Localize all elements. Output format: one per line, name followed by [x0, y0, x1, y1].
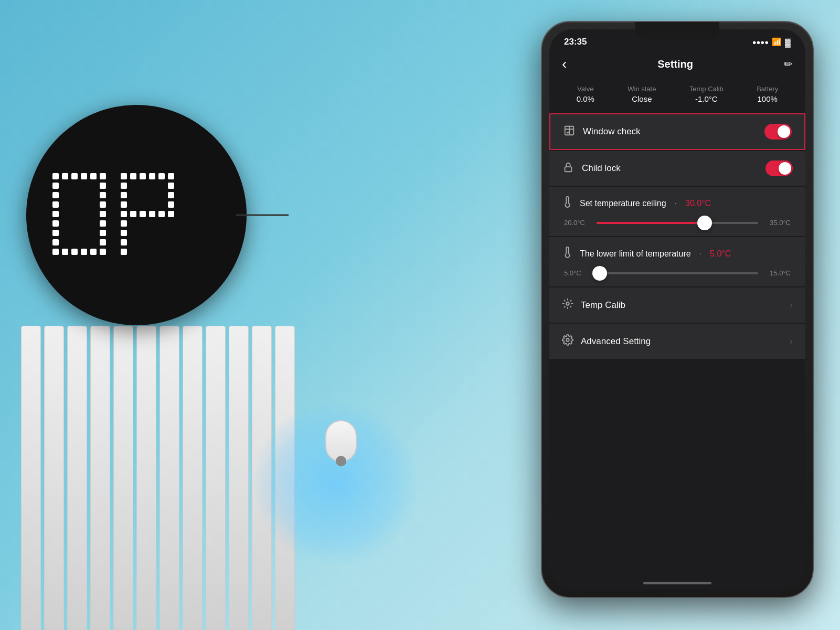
- temp-ceiling-track[interactable]: [597, 222, 758, 224]
- page-title: Setting: [657, 58, 693, 70]
- svg-rect-12: [52, 211, 59, 217]
- advanced-setting-nav-row[interactable]: Advanced Setting ›: [549, 324, 805, 359]
- device-status-row: Valve 0.0% Win state Close Temp Calib -1…: [549, 80, 805, 112]
- svg-rect-40: [130, 211, 136, 217]
- svg-rect-23: [81, 249, 87, 255]
- window-check-icon: [563, 125, 576, 139]
- temp-ceiling-section: Set temperature ceiling · 30.0°C 20.0°C …: [549, 187, 805, 236]
- phone-screen: 23:35 ●●●● 📶 ▓ ‹ Setting ✏ Valve 0.0% Wi…: [549, 29, 805, 590]
- temp-calib-nav-icon: [562, 298, 573, 312]
- svg-rect-16: [52, 230, 59, 236]
- valve-status: Valve 0.0%: [577, 85, 594, 103]
- temp-calib-nav-label: Temp Calib: [581, 300, 790, 311]
- temp-ceiling-min: 20.0°C: [564, 219, 590, 227]
- svg-rect-8: [52, 192, 59, 198]
- temp-lower-track[interactable]: [597, 272, 758, 274]
- svg-rect-2: [71, 173, 78, 179]
- svg-rect-27: [121, 183, 127, 189]
- child-lock-toggle[interactable]: [765, 161, 793, 176]
- temp-lower-value: 5.0°C: [710, 249, 731, 259]
- svg-rect-20: [52, 249, 59, 255]
- svg-rect-3: [81, 173, 87, 179]
- win-state-value: Close: [632, 94, 652, 103]
- temp-lower-max: 15.0°C: [764, 269, 791, 277]
- child-lock-row[interactable]: Child lock: [549, 151, 805, 186]
- svg-rect-26: [121, 173, 127, 179]
- svg-rect-21: [62, 249, 68, 255]
- temp-lower-min: 5.0°C: [564, 269, 590, 277]
- status-icons: ●●●● 📶 ▓: [752, 37, 791, 47]
- advanced-setting-label: Advanced Setting: [581, 336, 790, 347]
- win-state-label: Win state: [628, 85, 656, 93]
- temp-ceiling-fill: [597, 222, 705, 224]
- window-check-row[interactable]: Window check: [549, 113, 805, 150]
- digital-display: [26, 105, 247, 325]
- svg-rect-11: [100, 201, 106, 208]
- wifi-icon: 📶: [772, 37, 782, 47]
- svg-rect-39: [168, 173, 174, 179]
- app-header: ‹ Setting ✏: [549, 50, 805, 80]
- signal-icon: ●●●●: [752, 38, 769, 46]
- status-time: 23:35: [564, 37, 587, 47]
- svg-rect-45: [168, 183, 174, 189]
- battery-status: Battery 100%: [757, 85, 778, 103]
- temp-ceiling-slider[interactable]: 20.0°C 35.0°C: [562, 219, 793, 227]
- svg-rect-22: [71, 249, 78, 255]
- temp-lower-slider[interactable]: 5.0°C 15.0°C: [562, 269, 793, 277]
- home-indicator: [643, 582, 711, 584]
- temp-ceiling-icon: [562, 196, 573, 210]
- svg-rect-0: [52, 173, 59, 179]
- temp-lower-icon: [562, 247, 573, 261]
- svg-rect-17: [100, 230, 106, 236]
- valve-value: 0.0%: [577, 94, 594, 103]
- back-button[interactable]: ‹: [562, 56, 567, 72]
- svg-point-51: [566, 338, 569, 341]
- svg-rect-30: [121, 211, 127, 217]
- window-check-label: Window check: [583, 126, 764, 137]
- digital-display-svg: [42, 163, 231, 268]
- svg-rect-19: [100, 239, 106, 245]
- temp-ceiling-thumb[interactable]: [697, 216, 712, 230]
- svg-rect-14: [52, 220, 59, 227]
- temp-calib-chevron: ›: [790, 300, 793, 311]
- temp-lower-thumb[interactable]: [592, 266, 607, 281]
- svg-rect-37: [149, 173, 155, 179]
- thermostat-device: [325, 420, 362, 473]
- edit-button[interactable]: ✏: [784, 58, 793, 70]
- temp-lower-label: The lower limit of temperature: [580, 249, 691, 259]
- svg-rect-6: [52, 183, 59, 189]
- display-pointer: [236, 215, 289, 216]
- svg-rect-10: [52, 201, 59, 208]
- svg-rect-5: [100, 173, 106, 179]
- temp-calib-nav-row[interactable]: Temp Calib ›: [549, 287, 805, 323]
- svg-rect-35: [130, 173, 136, 179]
- svg-rect-47: [168, 201, 174, 208]
- svg-rect-18: [52, 239, 59, 245]
- svg-rect-15: [100, 220, 106, 227]
- win-state-status: Win state Close: [628, 85, 656, 103]
- temp-ceiling-value: 30.0°C: [685, 199, 711, 208]
- temp-ceiling-max: 35.0°C: [764, 219, 791, 227]
- temp-lower-section: The lower limit of temperature · 5.0°C 5…: [549, 237, 805, 286]
- svg-rect-33: [121, 239, 127, 245]
- temp-ceiling-label: Set temperature ceiling: [580, 199, 666, 208]
- child-lock-label: Child lock: [582, 163, 765, 174]
- svg-rect-36: [140, 173, 146, 179]
- svg-rect-38: [158, 173, 165, 179]
- phone-notch: [635, 22, 719, 39]
- svg-rect-4: [90, 173, 97, 179]
- svg-rect-9: [100, 192, 106, 198]
- window-check-toggle[interactable]: [764, 124, 792, 140]
- svg-rect-13: [100, 211, 106, 217]
- temp-calib-status-label: Temp Calib: [689, 85, 724, 93]
- battery-label: Battery: [757, 85, 778, 93]
- svg-rect-42: [149, 211, 155, 217]
- svg-rect-34: [121, 249, 127, 255]
- svg-rect-46: [168, 192, 174, 198]
- battery-icon: ▓: [785, 38, 791, 47]
- svg-rect-44: [168, 211, 174, 217]
- svg-rect-7: [100, 183, 106, 189]
- phone-frame: 23:35 ●●●● 📶 ▓ ‹ Setting ✏ Valve 0.0% Wi…: [541, 21, 814, 598]
- svg-rect-25: [100, 249, 106, 255]
- svg-rect-31: [121, 220, 127, 227]
